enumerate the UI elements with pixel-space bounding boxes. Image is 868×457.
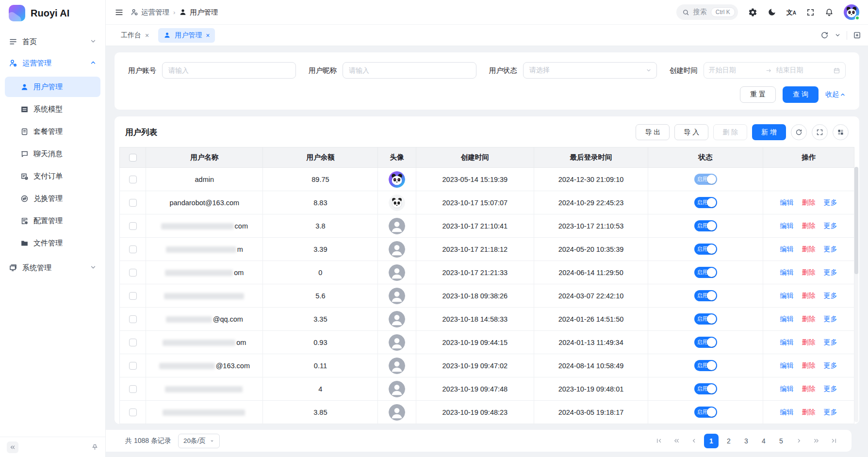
status-toggle[interactable]: 启用	[694, 360, 717, 371]
more-link[interactable]: 更多	[824, 268, 837, 276]
next-group-button[interactable]	[809, 434, 823, 448]
delete-link[interactable]: 删除	[802, 361, 816, 369]
hamburger-icon[interactable]	[115, 8, 124, 17]
status-toggle[interactable]: 启用	[694, 267, 717, 278]
export-button[interactable]: 导 出	[636, 124, 670, 140]
edit-link[interactable]: 编辑	[780, 315, 794, 323]
status-toggle[interactable]: 启用	[694, 290, 717, 301]
edit-link[interactable]: 编辑	[780, 385, 794, 392]
global-search[interactable]: 搜索 Ctrl K	[676, 4, 738, 20]
sidebar-item-redeem-management[interactable]: 兑换管理	[5, 188, 100, 209]
row-checkbox[interactable]	[129, 292, 137, 300]
refresh-table-icon[interactable]	[791, 124, 807, 140]
status-toggle[interactable]: 启用	[694, 313, 717, 325]
edit-link[interactable]: 编辑	[780, 408, 794, 416]
gear-icon[interactable]	[748, 8, 757, 17]
delete-link[interactable]: 删除	[802, 338, 816, 346]
edit-link[interactable]: 编辑	[780, 222, 794, 229]
row-checkbox[interactable]	[129, 245, 137, 253]
page-number-4[interactable]: 4	[756, 434, 771, 448]
nickname-input[interactable]	[343, 62, 476, 79]
edit-link[interactable]: 编辑	[780, 361, 794, 369]
tab-user-management[interactable]: 用户管理 ×	[158, 28, 215, 43]
row-checkbox[interactable]	[129, 176, 137, 183]
sidebar-item-operations[interactable]: 运营管理	[4, 52, 101, 74]
prev-group-button[interactable]	[669, 434, 684, 448]
row-checkbox[interactable]	[129, 362, 137, 370]
collapse-sidebar-button[interactable]	[7, 441, 18, 453]
sidebar-item-payment-orders[interactable]: 支付订单	[5, 166, 100, 186]
row-checkbox[interactable]	[129, 199, 137, 207]
dark-mode-moon-icon[interactable]	[768, 8, 776, 16]
row-checkbox[interactable]	[129, 385, 137, 393]
breadcrumb-user-management[interactable]: 用户管理	[179, 8, 218, 17]
status-toggle[interactable]: 启用	[694, 220, 717, 231]
more-link[interactable]: 更多	[824, 222, 837, 229]
status-toggle[interactable]: 启用	[694, 197, 717, 208]
status-toggle[interactable]: 启用	[694, 407, 717, 418]
edit-link[interactable]: 编辑	[780, 338, 794, 346]
page-number-3[interactable]: 3	[739, 434, 753, 448]
page-number-2[interactable]: 2	[721, 434, 736, 448]
sidebar-item-system-management[interactable]: 系统管理	[4, 257, 101, 278]
sidebar-item-config-management[interactable]: 配置管理	[5, 211, 100, 231]
edit-link[interactable]: 编辑	[780, 245, 794, 253]
more-link[interactable]: 更多	[824, 385, 837, 392]
translate-icon[interactable]: 文A	[786, 9, 796, 16]
edit-link[interactable]: 编辑	[780, 198, 794, 206]
add-button[interactable]: 新 增	[752, 124, 786, 140]
delete-link[interactable]: 删除	[802, 198, 816, 206]
last-page-button[interactable]	[826, 434, 841, 448]
sidebar-item-chat-messages[interactable]: 聊天消息	[5, 144, 100, 164]
row-checkbox[interactable]	[129, 222, 137, 230]
reset-button[interactable]: 重 置	[740, 86, 776, 103]
row-checkbox[interactable]	[129, 339, 137, 346]
chevron-down-icon[interactable]	[835, 32, 841, 38]
column-settings-icon[interactable]	[833, 124, 849, 140]
search-button[interactable]: 查 询	[783, 86, 819, 103]
select-all-checkbox[interactable]	[129, 154, 137, 162]
delete-link[interactable]: 删除	[802, 408, 816, 416]
import-button[interactable]: 导 入	[674, 124, 708, 140]
user-avatar[interactable]	[844, 4, 859, 20]
more-link[interactable]: 更多	[824, 292, 837, 299]
refresh-icon[interactable]	[820, 31, 829, 39]
delete-link[interactable]: 删除	[802, 292, 816, 299]
more-link[interactable]: 更多	[824, 338, 837, 346]
row-checkbox[interactable]	[129, 315, 137, 323]
first-page-button[interactable]	[652, 434, 666, 448]
sidebar-item-package-management[interactable]: 套餐管理	[5, 121, 100, 142]
status-toggle[interactable]: 启用	[694, 174, 717, 185]
sidebar-item-user-management[interactable]: 用户管理	[5, 77, 100, 97]
prev-page-button[interactable]	[687, 434, 701, 448]
status-toggle[interactable]: 启用	[694, 383, 717, 394]
expand-content-icon[interactable]	[853, 31, 861, 39]
more-link[interactable]: 更多	[824, 315, 837, 323]
status-select[interactable]: 请选择	[523, 62, 657, 79]
sidebar-item-file-management[interactable]: 文件管理	[5, 233, 100, 253]
page-number-1[interactable]: 1	[704, 434, 719, 448]
account-input[interactable]	[162, 62, 296, 79]
fullscreen-table-icon[interactable]	[812, 124, 828, 140]
page-size-select[interactable]: 20条/页	[178, 434, 220, 448]
sidebar-item-home[interactable]: 首页	[4, 31, 101, 52]
row-checkbox[interactable]	[129, 408, 137, 416]
close-icon[interactable]: ×	[206, 32, 210, 39]
delete-button[interactable]: 删 除	[713, 124, 747, 140]
breadcrumb-operations[interactable]: 运营管理	[131, 8, 169, 17]
more-link[interactable]: 更多	[824, 408, 837, 416]
page-number-5[interactable]: 5	[774, 434, 788, 448]
more-link[interactable]: 更多	[824, 361, 837, 369]
collapse-filters-link[interactable]: 收起	[825, 90, 846, 99]
status-toggle[interactable]: 启用	[694, 244, 717, 255]
brand[interactable]: Ruoyi AI	[0, 0, 105, 26]
sidebar-item-system-models[interactable]: 系统模型	[5, 99, 100, 119]
delete-link[interactable]: 删除	[802, 385, 816, 392]
delete-link[interactable]: 删除	[802, 222, 816, 229]
close-icon[interactable]: ×	[145, 32, 149, 39]
delete-link[interactable]: 删除	[802, 315, 816, 323]
delete-link[interactable]: 删除	[802, 268, 816, 276]
fullscreen-icon[interactable]	[806, 8, 815, 16]
more-link[interactable]: 更多	[824, 245, 837, 253]
row-checkbox[interactable]	[129, 269, 137, 277]
